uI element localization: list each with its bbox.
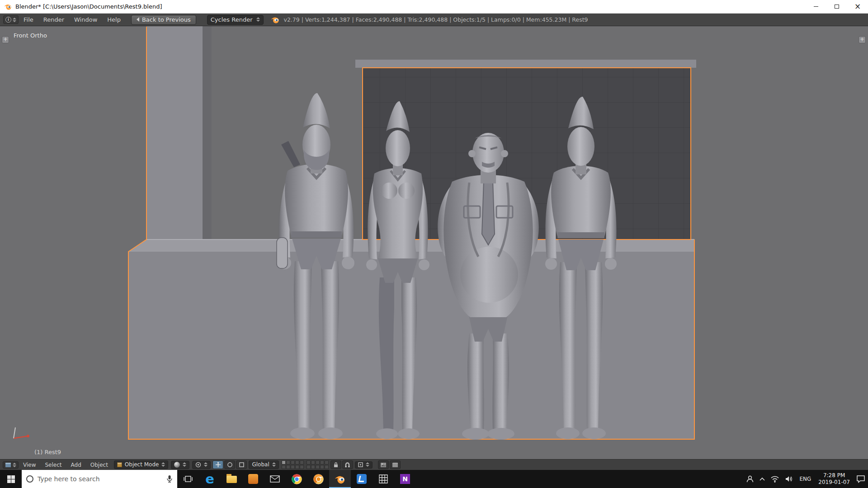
microphone-icon[interactable] (166, 475, 173, 483)
layer-cell[interactable] (282, 465, 286, 469)
layer-cell[interactable] (307, 460, 311, 465)
wifi-icon (770, 475, 779, 483)
lock-to-scene-toggle[interactable] (330, 460, 341, 469)
layer-cell[interactable] (320, 465, 324, 469)
layers-group-1[interactable] (282, 460, 304, 469)
layer-cell[interactable] (295, 465, 299, 469)
layer-cell[interactable] (311, 460, 315, 465)
mail-taskbar-button[interactable] (264, 470, 286, 488)
render-engine-select[interactable]: Cycles Render (207, 15, 264, 25)
chrome-canary-taskbar-button[interactable] (307, 470, 329, 488)
render-animation-icon (392, 462, 398, 468)
layers-group-2[interactable] (307, 460, 329, 469)
edge-taskbar-button[interactable]: e (199, 470, 221, 488)
maximize-button[interactable] (826, 0, 847, 13)
blue-app-taskbar-button[interactable] (351, 470, 373, 488)
chrome-icon (292, 474, 302, 484)
scale-icon (239, 462, 245, 468)
minimize-button[interactable] (806, 0, 826, 13)
clock-date: 2019-01-07 (818, 479, 850, 486)
task-view-button[interactable] (177, 470, 199, 488)
clock-time: 7:28 PM (818, 472, 850, 479)
menu-view[interactable]: View (19, 462, 40, 468)
volume-button[interactable] (782, 470, 796, 488)
editor-type-button[interactable]: i (3, 15, 19, 24)
screen: Blender* [C:\Users\Jason\Documents\Rest9… (0, 0, 868, 488)
layer-cell[interactable] (282, 460, 286, 465)
grid-app-icon (379, 474, 388, 483)
layer-cell[interactable] (300, 465, 304, 469)
windows-logo-icon (7, 475, 15, 483)
chrome-taskbar-button[interactable] (286, 470, 307, 488)
menu-add[interactable]: Add (66, 462, 86, 468)
info-editor-icon: i (5, 17, 11, 23)
viewport-canvas[interactable] (0, 26, 868, 459)
snap-element-select[interactable] (355, 461, 373, 469)
close-button[interactable]: × (847, 0, 868, 13)
menu-window[interactable]: Window (69, 16, 102, 23)
layer-cell[interactable] (316, 460, 320, 465)
render-image-button[interactable] (378, 460, 389, 469)
render-animation-button[interactable] (390, 460, 401, 469)
render-engine-value: Cycles Render (211, 16, 253, 23)
toolshelf-expand-button[interactable]: + (2, 36, 9, 43)
blender-taskbar-button[interactable] (329, 470, 351, 488)
taskbar-search-input[interactable]: Type here to search (22, 470, 177, 488)
layer-cell[interactable] (291, 460, 295, 465)
blender-logo-icon (271, 15, 279, 24)
manipulator-translate-toggle[interactable] (212, 460, 223, 469)
menu-help[interactable]: Help (102, 16, 126, 23)
layer-cell[interactable] (316, 465, 320, 469)
language-indicator[interactable]: ENG (796, 470, 815, 488)
properties-expand-button[interactable]: + (859, 36, 866, 43)
window-controls: × (806, 0, 868, 13)
layer-cell[interactable] (286, 465, 290, 469)
system-tray: ENG 7:28 PM 2019-01-07 (743, 470, 868, 488)
edge-icon: e (205, 473, 214, 486)
layer-cell[interactable] (291, 465, 295, 469)
people-button[interactable] (743, 470, 757, 488)
layer-cell[interactable] (320, 460, 324, 465)
mode-select[interactable]: Object Mode (114, 460, 169, 469)
layer-cell[interactable] (307, 465, 311, 469)
layer-cell[interactable] (300, 460, 304, 465)
pivot-icon (195, 462, 201, 468)
network-button[interactable] (768, 470, 782, 488)
start-button[interactable] (0, 470, 22, 488)
magnet-icon (344, 462, 350, 468)
viewport-shading-select[interactable] (171, 461, 189, 469)
speaker-icon (785, 475, 793, 483)
pivot-point-select[interactable] (192, 461, 211, 469)
file-explorer-taskbar-button[interactable] (221, 470, 242, 488)
onenote-taskbar-button[interactable]: N (394, 470, 416, 488)
chevron-updown-icon (204, 462, 208, 467)
layer-cell[interactable] (311, 465, 315, 469)
view-orientation-label: Front Ortho (14, 32, 47, 39)
manipulator-scale-toggle[interactable] (236, 460, 247, 469)
layer-cell[interactable] (295, 460, 299, 465)
editor-type-button[interactable] (3, 461, 19, 469)
action-center-button[interactable] (854, 470, 868, 488)
layer-cell[interactable] (325, 460, 329, 465)
hidden-icons-button[interactable] (757, 470, 768, 488)
menu-render[interactable]: Render (38, 16, 69, 23)
layer-cell[interactable] (325, 465, 329, 469)
orange-app-taskbar-button[interactable] (242, 470, 264, 488)
close-icon: × (854, 3, 861, 10)
menu-object[interactable]: Object (86, 462, 113, 468)
transform-orientation-select[interactable]: Global (249, 460, 278, 469)
orange-app-icon (248, 474, 258, 484)
menu-file[interactable]: File (19, 16, 38, 23)
manipulator-rotate-toggle[interactable] (224, 460, 235, 469)
back-to-previous-button[interactable]: Back to Previous (131, 15, 196, 25)
snap-toggle[interactable] (342, 460, 353, 469)
task-view-icon (184, 475, 193, 483)
chevron-updown-icon (366, 462, 369, 467)
chevron-updown-icon (256, 17, 260, 22)
spreadsheet-taskbar-button[interactable] (373, 470, 394, 488)
taskbar-clock[interactable]: 7:28 PM 2019-01-07 (815, 472, 854, 486)
notification-icon (856, 475, 865, 483)
viewport-3d[interactable]: Front Ortho (1) Rest9 + + (0, 26, 868, 459)
menu-select[interactable]: Select (40, 462, 66, 468)
layer-cell[interactable] (286, 460, 290, 465)
